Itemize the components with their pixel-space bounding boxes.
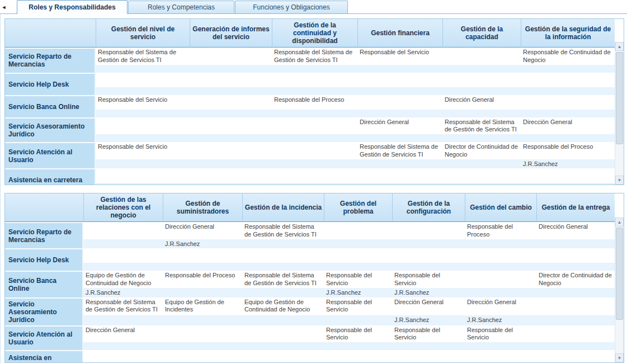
role-cell[interactable]	[324, 222, 392, 239]
role-cell[interactable]	[272, 168, 357, 183]
role-cell-secondary[interactable]	[442, 183, 521, 185]
role-cell-secondary[interactable]	[324, 263, 392, 271]
role-cell-secondary[interactable]	[163, 342, 242, 350]
role-cell-secondary[interactable]	[536, 263, 615, 271]
role-cell-secondary[interactable]	[190, 87, 272, 95]
role-cell-secondary[interactable]	[357, 65, 442, 73]
role-cell-secondary[interactable]: J.R.Sanchez	[465, 315, 536, 325]
role-cell-secondary[interactable]	[392, 342, 465, 350]
role-cell[interactable]: Dirección General	[442, 95, 521, 110]
role-cell[interactable]	[272, 73, 357, 87]
role-cell[interactable]	[96, 73, 190, 87]
vertical-scrollbar[interactable]: ▲ ▼	[615, 42, 624, 185]
role-cell-secondary[interactable]	[521, 134, 615, 142]
role-cell[interactable]	[521, 73, 615, 87]
role-cell-secondary[interactable]	[242, 288, 324, 297]
role-cell[interactable]	[272, 117, 357, 135]
role-cell-secondary[interactable]	[465, 263, 536, 271]
role-cell[interactable]: Responsable del Sistema de Gestión de Se…	[83, 297, 163, 315]
tab-scroll-left-button[interactable]: ◄	[0, 1, 8, 13]
role-cell-secondary[interactable]	[96, 183, 190, 185]
scroll-up-button[interactable]: ▲	[615, 218, 624, 226]
role-cell-secondary[interactable]	[536, 315, 615, 325]
role-cell-secondary[interactable]: J.R.Sanchez	[392, 315, 465, 325]
role-cell-secondary[interactable]	[465, 239, 536, 249]
role-cell-secondary[interactable]	[442, 134, 521, 142]
role-cell[interactable]: Responsable del Servicio	[392, 271, 465, 288]
role-cell-secondary[interactable]	[465, 288, 536, 297]
role-cell-secondary[interactable]	[163, 263, 242, 271]
role-cell[interactable]: Responsable del Sistema de Gestión de Se…	[272, 48, 357, 65]
role-cell[interactable]: Responsable del Proceso	[521, 142, 615, 159]
role-cell[interactable]	[242, 350, 324, 363]
role-cell[interactable]	[392, 350, 465, 363]
role-cell[interactable]: Responsable del Servicio	[96, 95, 190, 110]
role-cell-secondary[interactable]	[465, 342, 536, 350]
role-cell[interactable]	[521, 168, 615, 183]
role-cell-secondary[interactable]	[242, 263, 324, 271]
role-cell-secondary[interactable]	[96, 159, 190, 169]
scroll-up-button[interactable]: ▲	[615, 42, 624, 51]
role-cell[interactable]	[242, 325, 324, 343]
role-cell[interactable]	[465, 271, 536, 288]
role-cell[interactable]: Dirección General	[536, 222, 615, 239]
role-cell[interactable]: Responsable del Servicio	[324, 297, 392, 315]
role-cell[interactable]	[465, 248, 536, 263]
role-cell-secondary[interactable]	[83, 263, 163, 271]
role-cell-secondary[interactable]	[190, 183, 272, 185]
role-cell[interactable]: Responsable del Sistema de Gestión de Se…	[357, 142, 442, 159]
role-cell[interactable]	[163, 350, 242, 363]
scroll-down-button[interactable]: ▼	[615, 353, 624, 362]
role-cell[interactable]	[536, 248, 615, 263]
role-cell-secondary[interactable]	[442, 65, 521, 73]
role-cell[interactable]: Director de Continuidad de Negocio	[536, 271, 615, 288]
role-cell[interactable]	[465, 350, 536, 363]
role-cell[interactable]	[96, 117, 190, 135]
role-cell[interactable]	[536, 350, 615, 363]
scroll-down-button[interactable]: ▼	[615, 176, 624, 185]
role-cell[interactable]	[190, 142, 272, 159]
role-cell[interactable]	[163, 248, 242, 263]
role-cell-secondary[interactable]	[521, 87, 615, 95]
role-cell[interactable]	[190, 95, 272, 110]
role-cell[interactable]	[83, 350, 163, 363]
role-cell[interactable]: Responsable del Sistema de Gestión de Se…	[242, 271, 324, 288]
role-cell[interactable]	[324, 248, 392, 263]
role-cell[interactable]: Responsable del Servicio	[392, 325, 465, 343]
role-cell[interactable]: Equipo de Gestión de Continuidad de Nego…	[83, 271, 163, 288]
role-cell-secondary[interactable]	[96, 134, 190, 142]
role-cell[interactable]: Responsable del Proceso	[465, 222, 536, 239]
role-cell-secondary[interactable]	[357, 134, 442, 142]
role-cell-secondary[interactable]	[442, 159, 521, 169]
role-cell[interactable]	[190, 48, 272, 65]
role-cell[interactable]: Equipo de Gestión de Incidentes	[163, 297, 242, 315]
role-cell[interactable]: Responsable del Sistema de Gestión de Se…	[442, 117, 521, 135]
role-cell[interactable]: Responsable del Sistema de Gestión de Se…	[242, 222, 324, 239]
role-cell[interactable]: Responsable del Proceso	[272, 95, 357, 110]
role-cell-secondary[interactable]	[242, 342, 324, 350]
role-cell-secondary[interactable]	[536, 288, 615, 297]
role-cell[interactable]	[357, 73, 442, 87]
role-cell-secondary[interactable]	[442, 110, 521, 117]
tab-roles-y-responsabilidades[interactable]: Roles y Responsabilidades	[17, 0, 128, 14]
role-cell[interactable]: Dirección General	[163, 222, 242, 239]
role-cell-secondary[interactable]	[536, 342, 615, 350]
role-cell-secondary[interactable]	[242, 239, 324, 249]
role-cell-secondary[interactable]: J.R.Sanchez	[163, 239, 242, 249]
role-cell[interactable]: Responsable del Sistema de Gestión de Se…	[96, 48, 190, 65]
role-cell[interactable]: Director de Continuidad de Negocio	[442, 142, 521, 159]
role-cell[interactable]	[83, 248, 163, 263]
role-cell-secondary[interactable]: J.R.Sanchez	[324, 288, 392, 297]
role-cell[interactable]	[272, 142, 357, 159]
role-cell[interactable]: Responsable del Servicio	[324, 325, 392, 343]
role-cell[interactable]	[190, 117, 272, 135]
role-cell[interactable]: Responsable del Proceso	[163, 271, 242, 288]
role-cell[interactable]	[190, 73, 272, 87]
role-cell-secondary[interactable]	[190, 134, 272, 142]
role-cell-secondary[interactable]	[272, 65, 357, 73]
role-cell[interactable]	[357, 168, 442, 183]
role-cell-secondary[interactable]	[272, 183, 357, 185]
role-cell[interactable]	[190, 168, 272, 183]
role-cell[interactable]: Responsable del Servicio	[96, 142, 190, 159]
role-cell-secondary[interactable]	[96, 110, 190, 117]
